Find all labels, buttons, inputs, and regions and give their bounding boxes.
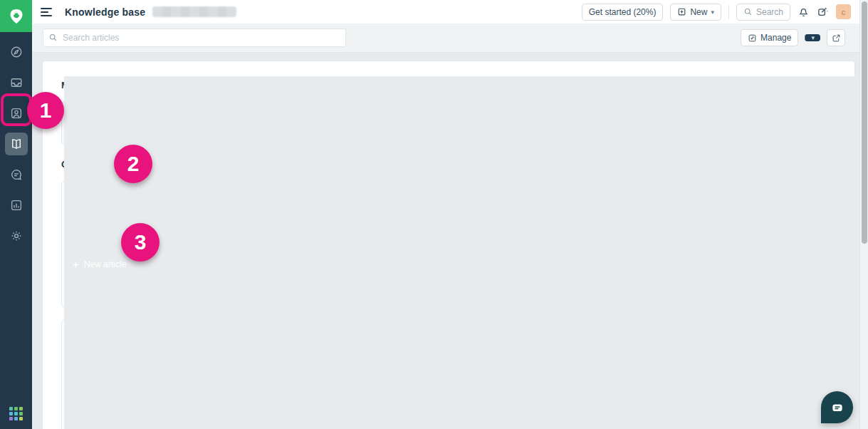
chevron-down-icon: ▾ <box>811 34 815 41</box>
get-started-label: Get started (20%) <box>589 7 657 17</box>
sidebar <box>0 0 32 429</box>
user-avatar[interactable]: c <box>836 4 851 19</box>
annotation-number: 3 <box>135 230 147 254</box>
annotation-number: 1 <box>40 98 52 123</box>
new-label: New <box>690 7 707 17</box>
manage-button[interactable]: Manage <box>741 29 798 46</box>
external-link-icon <box>832 33 841 43</box>
whats-new-button[interactable] <box>817 6 829 18</box>
reports-icon <box>10 199 23 212</box>
new-plus-square-icon <box>677 7 686 16</box>
sidebar-item-knowledge-base[interactable] <box>5 133 28 155</box>
sidebar-item-settings[interactable] <box>5 224 28 247</box>
contacts-icon <box>10 107 23 120</box>
search-icon <box>48 33 58 42</box>
new-article-split-button: New article ▾ <box>805 34 820 41</box>
apps-grid-icon <box>9 407 23 420</box>
knowledge-base-icon <box>10 138 23 150</box>
chat-widget-button[interactable] <box>821 391 853 423</box>
search-icon <box>743 7 753 16</box>
search-articles-input[interactable] <box>43 29 346 47</box>
annotation-step-3: 3 <box>121 223 160 262</box>
live-chat-icon <box>10 168 23 181</box>
sidebar-nav <box>0 32 32 247</box>
sidebar-item-contacts[interactable] <box>5 102 28 125</box>
search-button[interactable]: Search <box>736 4 790 21</box>
page-title: Knowledge base <box>65 6 145 18</box>
top-header: Knowledge base Get started (20%) New ▾ S… <box>32 0 859 24</box>
article-search <box>43 29 346 47</box>
manage-pencil-icon <box>748 33 757 43</box>
new-button[interactable]: New ▾ <box>670 4 721 21</box>
chevron-down-icon: ▾ <box>711 9 714 16</box>
header-divider <box>728 5 729 19</box>
kb-toolbar: Manage New article ▾ <box>32 24 859 53</box>
sidebar-item-dashboard[interactable] <box>5 41 28 63</box>
sidebar-item-reports[interactable] <box>5 194 28 217</box>
get-started-button[interactable]: Get started (20%) <box>582 4 664 21</box>
settings-icon <box>10 229 23 242</box>
notifications-button[interactable] <box>798 6 810 18</box>
sidebar-item-live-chat[interactable] <box>5 163 28 186</box>
open-live-kb-button[interactable] <box>827 29 845 46</box>
dashboard-icon <box>10 46 23 58</box>
redacted-title-blur <box>152 6 236 17</box>
hamburger-menu-icon[interactable] <box>41 7 52 17</box>
search-label: Search <box>756 7 783 17</box>
scrollbar-thumb[interactable] <box>862 1 867 244</box>
annotation-step-1: 1 <box>27 92 64 129</box>
sidebar-apps-launcher[interactable] <box>0 407 32 420</box>
app-logo[interactable] <box>0 0 32 32</box>
avatar-letter: c <box>842 8 846 16</box>
page-scrollbar[interactable] <box>859 0 868 429</box>
chat-bubble-icon <box>830 400 845 415</box>
annotation-step-2: 2 <box>114 145 152 183</box>
manage-label: Manage <box>760 33 791 43</box>
updates-sparkle-icon <box>817 6 829 18</box>
annotation-number: 2 <box>127 152 140 176</box>
new-article-dropdown[interactable]: ▾ <box>805 34 820 41</box>
bell-icon <box>798 6 810 18</box>
groove-logo-icon <box>8 8 25 25</box>
inbox-icon <box>10 76 23 89</box>
sidebar-item-inbox[interactable] <box>5 71 28 94</box>
